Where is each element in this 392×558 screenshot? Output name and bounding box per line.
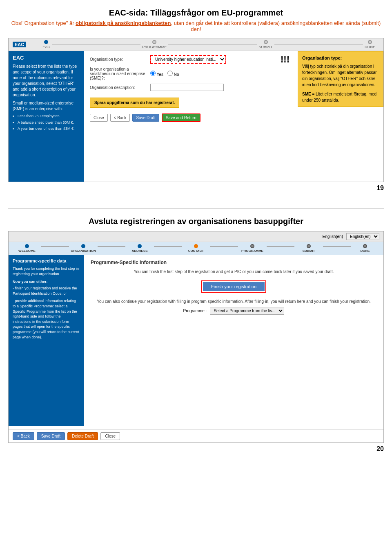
- page-separator: [8, 208, 384, 209]
- sme-label: Is your organisation a small/medium-size…: [90, 67, 147, 80]
- nav-line-3: [274, 44, 363, 45]
- annotation-sme-text: SME = Litet eller medelstort företag, me…: [302, 91, 379, 103]
- step-programme: PROGRAMME: [238, 244, 267, 253]
- page-19-subtitle: Obs!"Organisation type" är obligatorisk …: [8, 20, 384, 32]
- back-button-20[interactable]: < Back: [13, 432, 34, 440]
- page-20-title: Avsluta registreringen av organisationen…: [8, 217, 384, 226]
- annotation-title: Organisation type:: [302, 55, 379, 62]
- page-19-title: EAC-sida: Tilläggsfrågor om EU-programme…: [8, 8, 384, 18]
- finish-btn-center: Finish your registration: [91, 278, 377, 295]
- sme-no-radio[interactable]: [167, 71, 173, 76]
- save-draft-button-19[interactable]: Save Draft: [132, 114, 159, 122]
- sidebar-20-text1: Thank you for completing the first step …: [13, 266, 80, 276]
- nav-steps-row-19: EAC PROGRAMME SUBMIT DONE: [38, 40, 379, 49]
- page-number-20: 20: [8, 445, 384, 453]
- programme-label: Programme :: [183, 309, 207, 313]
- step-organisation: ORGANISATION: [69, 244, 98, 253]
- save-return-button-19[interactable]: Save and Return: [162, 113, 200, 122]
- connector-1: [41, 246, 69, 247]
- exclamation-marks: !!!: [281, 54, 290, 65]
- org-type-select[interactable]: University higher education insti...: [150, 55, 226, 64]
- back-button-19[interactable]: < Back: [110, 114, 130, 122]
- sme-no-label: No: [167, 71, 179, 77]
- main-form-19: !!! Organisation type: University higher…: [84, 51, 383, 182]
- step-dot-organisation: [81, 244, 85, 248]
- desc-input[interactable]: [150, 84, 224, 91]
- main-content-20: Programme-Specific Information You can f…: [84, 255, 383, 426]
- page-number-19: 19: [8, 185, 384, 192]
- info-text1-20: You can finish the first step of the reg…: [91, 269, 377, 274]
- sme-row: Is your organisation a small/medium-size…: [90, 67, 285, 80]
- screenshot-19: EAC EAC PROGRAMME SUBMIT: [8, 38, 384, 182]
- step-dot-programme-20: [250, 244, 254, 248]
- step-done-20: DONE: [351, 244, 379, 253]
- close-button-20[interactable]: Close: [100, 432, 120, 440]
- org-type-row: Organisation type: University higher edu…: [90, 55, 285, 64]
- sidebar-sme-list: Less than 250 employees. A balance sheet…: [18, 113, 80, 131]
- step-dot-submit-20: [307, 244, 311, 248]
- sidebar-eac-title: EAC: [13, 54, 80, 62]
- nav-logo-19: EAC: [13, 42, 26, 47]
- connector-4: [210, 246, 238, 247]
- connector-3: [154, 246, 182, 247]
- sidebar-sme-title: Small or medium-sized enterprise (SME) i…: [13, 100, 80, 112]
- nav-step-programme: PROGRAMME: [142, 40, 167, 49]
- content-area-20: Programme-specific data Thank you for co…: [9, 255, 383, 426]
- step-dot-programme: [152, 40, 156, 44]
- lang-select[interactable]: English(en): [346, 233, 379, 240]
- nav-step-submit: SUBMIT: [259, 40, 273, 49]
- sidebar-intro-text: Please select from the lists the type an…: [13, 64, 80, 98]
- connector-2: [98, 246, 125, 247]
- finish-btn-box: Finish your registration: [201, 280, 266, 293]
- sidebar-sme-item-1: Less than 250 employees.: [18, 113, 80, 119]
- bottom-buttons-20: < Back Save Draft Delete Draft Close: [9, 429, 383, 442]
- content-area-19: EAC Please select from the lists the typ…: [9, 51, 383, 182]
- org-type-label: Organisation type:: [90, 57, 147, 62]
- close-button-19[interactable]: Close: [90, 114, 108, 122]
- save-draft-button-20[interactable]: Save Draft: [37, 432, 65, 440]
- programme-row: Programme : Select a Programme from the …: [91, 307, 377, 315]
- programme-select[interactable]: Select a Programme from the lis...: [210, 307, 284, 315]
- nav-line-2: [168, 44, 257, 45]
- step-dot-welcome: [25, 244, 29, 248]
- sme-yes-radio[interactable]: [150, 71, 156, 76]
- step-dot-eac: [44, 40, 48, 44]
- step-dot-done: [368, 40, 372, 44]
- step-submit-20: SUBMIT: [294, 244, 323, 253]
- sidebar-20-option1: - finish your registration and receive t…: [13, 286, 80, 296]
- step-welcome: WELCOME: [13, 244, 41, 253]
- finish-registration-button[interactable]: Finish your registration: [203, 282, 265, 291]
- step-contact: CONTACT: [182, 244, 210, 253]
- screenshot-20: English(en) English(en) WELCOME ORGANISA…: [8, 231, 384, 443]
- annotation-box-19: Organisation type: Välj typ och storlek …: [298, 51, 383, 107]
- sidebar-sme-item-3: A year turnover of less than 43M €.: [18, 126, 80, 131]
- step-dot-done-20: [363, 244, 367, 248]
- steps-bar-20: WELCOME ORGANISATION ADDRESS CONTACT PRO…: [9, 242, 383, 255]
- top-nav-19: EAC EAC PROGRAMME SUBMIT: [9, 38, 383, 51]
- sme-yes-label: Yes: [150, 71, 163, 77]
- page-19-section: EAC-sida: Tilläggsfrågor om EU-programme…: [8, 8, 384, 192]
- step-dot-contact: [194, 244, 198, 248]
- desc-row: Organisation description:: [90, 84, 285, 91]
- sidebar-20-text2: Now you can either:: [13, 279, 80, 285]
- delete-draft-button-20[interactable]: Delete Draft: [67, 432, 98, 440]
- top-nav-20: English(en) English(en): [9, 231, 383, 242]
- sme-radio-group: Yes No: [150, 71, 179, 77]
- nav-step-done: DONE: [365, 40, 375, 49]
- save-note-box: Spara uppgifterna som du har registrerat…: [90, 98, 179, 108]
- nav-line-1: [52, 44, 140, 45]
- buttons-row-19: Close < Back Save Draft Save and Return: [90, 113, 285, 122]
- info-text2-20: You can also continue your registration …: [91, 299, 377, 304]
- sidebar-sme-item-2: A balance sheet lower than 50M €.: [18, 120, 80, 125]
- section-title-20: Programme-Specific Information: [91, 260, 377, 265]
- sidebar-20-option2: - provide additional information relatin…: [13, 298, 80, 340]
- annotation-text1: Välj typ och storlek på din organisation…: [302, 63, 379, 88]
- connector-6: [323, 246, 351, 247]
- desc-label: Organisation description:: [90, 85, 147, 90]
- lang-label: English(en): [322, 234, 343, 239]
- sidebar-20: Programme-specific data Thank you for co…: [9, 255, 84, 426]
- page-20-section: Avsluta registreringen av organisationen…: [8, 217, 384, 453]
- connector-5: [267, 246, 294, 247]
- step-dot-address: [138, 244, 142, 248]
- step-dot-submit: [264, 40, 268, 44]
